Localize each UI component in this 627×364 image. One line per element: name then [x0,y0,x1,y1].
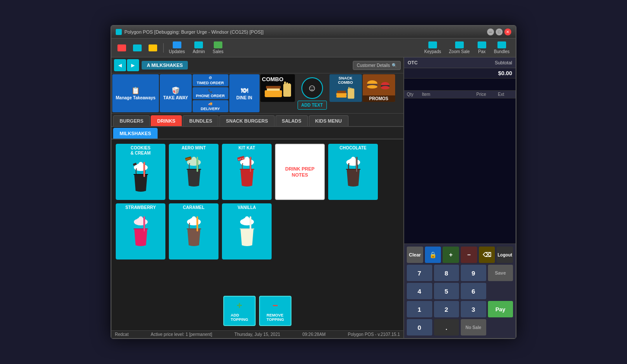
tab-drinks[interactable]: DRINKS [151,115,182,126]
digit-3[interactable]: 3 [461,301,486,317]
drink-prep-label: DRINK PREPNOTES [285,166,315,178]
timed-order-label: TIMED ORDER [197,81,224,85]
customer-details-button[interactable]: Customer Details 🔍 [353,61,401,70]
product-chocolate[interactable]: CHOCOLATE [328,144,378,200]
svg-rect-12 [348,87,349,90]
manage-takeaways-button[interactable]: 📋 Manage Takeaways [112,74,159,112]
pax-icon [478,41,486,48]
product-vanilla[interactable]: VANILLA [222,203,272,260]
tab-milkshakes[interactable]: MILKSHAKES [113,128,158,139]
title-bar: Polygon POS [Debugging: Burger Urge - Wi… [111,26,516,38]
zoom-sale-button[interactable]: Zoom Sale [446,40,472,55]
digit-0[interactable]: 0 [407,319,432,336]
backspace-button[interactable]: ⌫ [479,247,495,263]
dine-in-button[interactable]: 🍽 DINE IN [229,74,260,112]
updates-button[interactable]: Updates [166,40,187,55]
minimize-button[interactable]: ─ [487,28,494,35]
add-topping-button[interactable]: + ADDTOPPING [223,296,256,326]
drink-prep-notes-button[interactable]: DRINK PREPNOTES [275,144,325,200]
digit-4[interactable]: 4 [407,283,432,299]
svg-rect-6 [286,82,288,86]
settings-button[interactable] [146,43,160,53]
back-button[interactable]: ◄ [114,59,126,71]
save-button[interactable]: Save [488,265,513,281]
calculator-button[interactable] [130,43,144,53]
tab-kids-menu[interactable]: KIDS MENU [309,115,348,126]
no-sale-button[interactable]: No Sale [461,319,486,336]
otc-subtotal-label: Subtotal [495,60,512,65]
digit-1[interactable]: 1 [407,301,432,317]
promos-button[interactable]: PROMOS [363,74,395,102]
remove-topping-button[interactable]: − REMOVETOPPING [259,296,291,326]
section-title: A MILKSHAKES [142,61,188,70]
col-ext: Ext [498,92,513,97]
product-kit-kat-label: KIT KAT [238,144,256,152]
svg-rect-8 [336,93,346,96]
pax-button[interactable]: Pax [475,40,489,55]
col-qty: Qty [407,92,422,97]
digit-2[interactable]: 2 [434,301,459,317]
phone-order-label: PHONE ORDER [196,94,225,98]
close-button[interactable]: ✕ [504,28,511,35]
svg-rect-7 [288,83,290,86]
status-right: Polygon POS - v.2107.15.1 [348,332,400,337]
toolbar: Updates Admin Sales Keypads Zoom Sale Pa… [111,38,516,57]
numpad-area: Clear 🔒 + − ⌫ Logout 7 8 9 Save 4 5 6 1 … [404,244,516,338]
digit-6[interactable]: 6 [461,283,486,299]
product-chocolate-image [340,152,366,189]
minus-button[interactable]: − [461,247,477,263]
admin-icon [194,41,203,48]
delivery-button[interactable]: 🚚 DELIVERY [193,100,228,112]
digit-8[interactable]: 8 [434,265,459,281]
digit-9[interactable]: 9 [461,265,486,281]
take-away-button[interactable]: 🥡 TAKE AWAY [160,74,191,112]
tab-salads[interactable]: SALADS [276,115,308,126]
product-kit-kat[interactable]: KIT KAT KIT KAT [222,144,272,200]
snack-combo-label: SNACK COMBO [331,76,360,85]
forward-button[interactable]: ► [127,59,139,71]
tab-snack-burgers[interactable]: SNACK BURGERS [219,115,274,126]
keypads-button[interactable]: Keypads [422,40,444,55]
sales-button[interactable]: Sales [210,40,226,55]
product-strawberry-image [128,212,154,249]
lock-button[interactable]: 🔒 [425,247,441,263]
admin-button[interactable]: Admin [190,40,207,55]
svg-point-53 [192,216,196,221]
svg-point-23 [139,162,143,166]
tab-burgers[interactable]: BURGERS [113,115,150,126]
tab-bundles[interactable]: BUNDLES [183,115,218,126]
otc-items-area [404,98,516,244]
plus-button[interactable]: + [443,247,459,263]
otc-search-bar[interactable] [404,79,516,91]
product-aero-mint[interactable]: AERO MINT AERO [169,144,218,200]
phone-order-button[interactable]: 📞 PHONE ORDER [193,87,228,99]
power-button[interactable] [115,43,129,53]
add-topping-icon: + [237,300,242,311]
pay-button[interactable]: Pay [488,301,513,317]
product-cookies-cream[interactable]: COOKIES& CREAM [116,144,165,200]
product-caramel[interactable]: CARAMEL [169,203,218,260]
logout-button[interactable]: Logout [497,247,513,263]
svg-point-58 [245,216,249,221]
snack-combo-button[interactable]: SNACK COMBO [329,74,362,102]
bundles-button[interactable]: Bundles [491,40,512,55]
pos-area: ◄ ► A MILKSHAKES Customer Details 🔍 📋 Ma… [111,57,403,338]
combo-button[interactable]: COMBO [260,74,295,102]
svg-rect-45 [356,157,357,172]
svg-rect-13 [350,88,352,90]
dot-button[interactable]: . [434,319,459,336]
clear-button[interactable]: Clear [407,247,423,263]
product-strawberry[interactable]: STRAWBERRY [116,203,165,260]
digit-5[interactable]: 5 [434,283,459,299]
status-bar: Redcat Active price level: 1 [permanent]… [111,330,403,338]
bundles-icon [497,41,506,48]
add-text-button[interactable]: ADD TEXT [298,101,327,110]
timed-order-button[interactable]: ⏱ TIMED ORDER [193,74,228,86]
svg-point-17 [367,85,377,89]
keypads-label: Keypads [424,49,441,54]
power-icon [117,44,126,51]
maximize-button[interactable]: □ [496,28,503,35]
digit-7[interactable]: 7 [407,265,432,281]
product-caramel-image [181,212,207,249]
title-bar-left: Polygon POS [Debugging: Burger Urge - Wi… [116,29,263,35]
